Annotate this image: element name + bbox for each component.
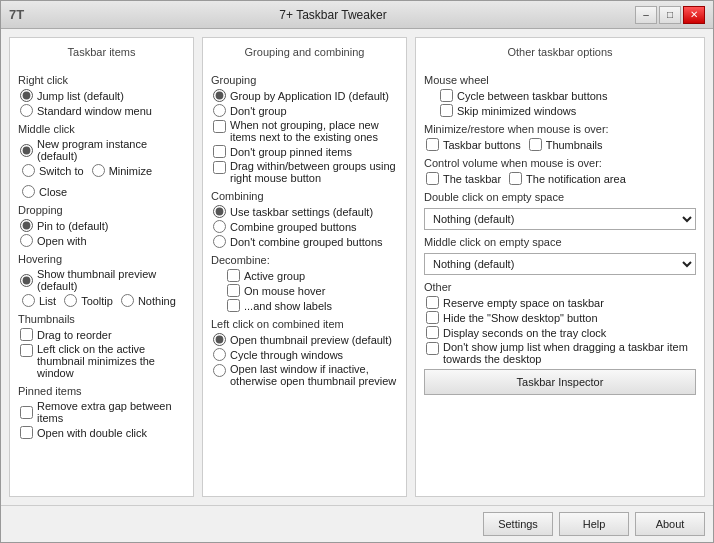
bottom-bar: Settings Help About <box>1 505 713 542</box>
dropping-pin[interactable]: Pin to (default) <box>20 219 185 232</box>
middle-click-close[interactable]: Close <box>22 185 67 198</box>
decombine-mouse-hover[interactable]: On mouse hover <box>227 284 398 297</box>
window-controls: – □ ✕ <box>635 6 705 24</box>
help-button[interactable]: Help <box>559 512 629 536</box>
other-options-panel: Other taskbar options Mouse wheel Cycle … <box>415 37 705 497</box>
cycle-taskbar-buttons[interactable]: Cycle between taskbar buttons <box>440 89 696 102</box>
settings-button[interactable]: Settings <box>483 512 553 536</box>
hovering-list[interactable]: List <box>22 294 56 307</box>
dropping-open[interactable]: Open with <box>20 234 185 247</box>
left-click-group: Open thumbnail preview (default) Cycle t… <box>213 333 398 387</box>
notification-area-checkbox[interactable]: The notification area <box>509 172 626 185</box>
dont-group[interactable]: Don't group <box>213 104 398 117</box>
middle-click-select[interactable]: Nothing (default) Show desktop Task Mana… <box>424 253 696 275</box>
double-click-label: Double click on empty space <box>424 191 696 203</box>
hovering-thumbnail[interactable]: Show thumbnail preview (default) <box>20 268 185 292</box>
the-taskbar-checkbox[interactable]: The taskbar <box>426 172 501 185</box>
right-click-standard[interactable]: Standard window menu <box>20 104 185 117</box>
pinned-group: Remove extra gap between items Open with… <box>20 400 185 439</box>
decombine-active-group[interactable]: Active group <box>227 269 398 282</box>
remove-extra-gap[interactable]: Remove extra gap between items <box>20 400 185 424</box>
open-thumbnail-preview[interactable]: Open thumbnail preview (default) <box>213 333 398 346</box>
about-button[interactable]: About <box>635 512 705 536</box>
drag-within-groups[interactable]: Drag within/between groups using right m… <box>213 160 398 184</box>
app-icon: 7T <box>9 7 25 23</box>
minimize-inline: Taskbar buttons Thumbnails <box>426 138 696 151</box>
dropping-label: Dropping <box>18 204 185 216</box>
display-seconds[interactable]: Display seconds on the tray clock <box>426 326 696 339</box>
control-volume-inline: The taskbar The notification area <box>426 172 696 185</box>
mouse-wheel-group: Cycle between taskbar buttons Skip minim… <box>440 89 696 117</box>
taskbar-items-panel: Taskbar items Right click Jump list (def… <box>9 37 194 497</box>
dont-show-jump-list[interactable]: Don't show jump list when dragging a tas… <box>426 341 696 365</box>
hovering-group: Show thumbnail preview (default) List To… <box>20 268 185 307</box>
left-click-minimizes[interactable]: Left click on the active thumbnail minim… <box>20 343 185 379</box>
thumbnails-checkbox[interactable]: Thumbnails <box>529 138 603 151</box>
combining-group: Use taskbar settings (default) Combine g… <box>213 205 398 248</box>
use-taskbar-settings[interactable]: Use taskbar settings (default) <box>213 205 398 218</box>
middle-click-group: New program instance (default) Switch to… <box>20 138 185 198</box>
dropping-group: Pin to (default) Open with <box>20 219 185 247</box>
middle-click-new-instance[interactable]: New program instance (default) <box>20 138 185 162</box>
drag-to-reorder[interactable]: Drag to reorder <box>20 328 185 341</box>
cycle-windows[interactable]: Cycle through windows <box>213 348 398 361</box>
place-next-existing[interactable]: When not grouping, place new items next … <box>213 119 398 143</box>
minimize-label: Minimize/restore when mouse is over: <box>424 123 696 135</box>
middle-click-empty-label: Middle click on empty space <box>424 236 696 248</box>
hovering-nothing[interactable]: Nothing <box>121 294 176 307</box>
right-panel-title: Other taskbar options <box>424 46 696 62</box>
combining-label: Combining <box>211 190 398 202</box>
minimize-button[interactable]: – <box>635 6 657 24</box>
main-window: 7T 7+ Taskbar Tweaker – □ ✕ Taskbar item… <box>0 0 714 543</box>
skip-minimized[interactable]: Skip minimized windows <box>440 104 696 117</box>
grouping-panel: Grouping and combining Grouping Group by… <box>202 37 407 497</box>
group-by-app-id[interactable]: Group by Application ID (default) <box>213 89 398 102</box>
taskbar-buttons-checkbox[interactable]: Taskbar buttons <box>426 138 521 151</box>
pinned-label: Pinned items <box>18 385 185 397</box>
decombine-label: Decombine: <box>211 254 398 266</box>
other-group: Reserve empty space on taskbar Hide the … <box>426 296 696 365</box>
thumbnails-label: Thumbnails <box>18 313 185 325</box>
middle-click-label: Middle click <box>18 123 185 135</box>
reserve-empty-space[interactable]: Reserve empty space on taskbar <box>426 296 696 309</box>
double-click-select[interactable]: Nothing (default) Show desktop Task Mana… <box>424 208 696 230</box>
window-title: 7+ Taskbar Tweaker <box>31 8 635 22</box>
dont-combine-grouped[interactable]: Don't combine grouped buttons <box>213 235 398 248</box>
grouping-label: Grouping <box>211 74 398 86</box>
hovering-tooltip[interactable]: Tooltip <box>64 294 113 307</box>
hovering-label: Hovering <box>18 253 185 265</box>
hovering-inline-row: List Tooltip Nothing <box>22 294 185 307</box>
restore-button[interactable]: □ <box>659 6 681 24</box>
content-area: Taskbar items Right click Jump list (def… <box>1 29 713 505</box>
middle-click-inline-row: Switch to Minimize Close <box>22 164 185 198</box>
combine-grouped[interactable]: Combine grouped buttons <box>213 220 398 233</box>
close-button[interactable]: ✕ <box>683 6 705 24</box>
left-click-combined-label: Left click on combined item <box>211 318 398 330</box>
mouse-wheel-label: Mouse wheel <box>424 74 696 86</box>
taskbar-inspector-button[interactable]: Taskbar Inspector <box>424 369 696 395</box>
right-click-jump-list[interactable]: Jump list (default) <box>20 89 185 102</box>
left-panel-title: Taskbar items <box>18 46 185 62</box>
hide-show-desktop[interactable]: Hide the "Show desktop" button <box>426 311 696 324</box>
mid-panel-title: Grouping and combining <box>211 46 398 62</box>
decombine-group: Active group On mouse hover ...and show … <box>227 269 398 312</box>
open-double-click[interactable]: Open with double click <box>20 426 185 439</box>
right-click-group: Jump list (default) Standard window menu <box>20 89 185 117</box>
control-volume-label: Control volume when mouse is over: <box>424 157 696 169</box>
middle-click-switch[interactable]: Switch to <box>22 164 84 177</box>
right-click-label: Right click <box>18 74 185 86</box>
open-last-window[interactable]: Open last window if inactive, otherwise … <box>213 363 398 387</box>
decombine-show-labels[interactable]: ...and show labels <box>227 299 398 312</box>
middle-click-minimize[interactable]: Minimize <box>92 164 152 177</box>
thumbnails-group: Drag to reorder Left click on the active… <box>20 328 185 379</box>
other-label: Other <box>424 281 696 293</box>
grouping-group: Group by Application ID (default) Don't … <box>213 89 398 184</box>
title-bar: 7T 7+ Taskbar Tweaker – □ ✕ <box>1 1 713 29</box>
dont-group-pinned[interactable]: Don't group pinned items <box>213 145 398 158</box>
